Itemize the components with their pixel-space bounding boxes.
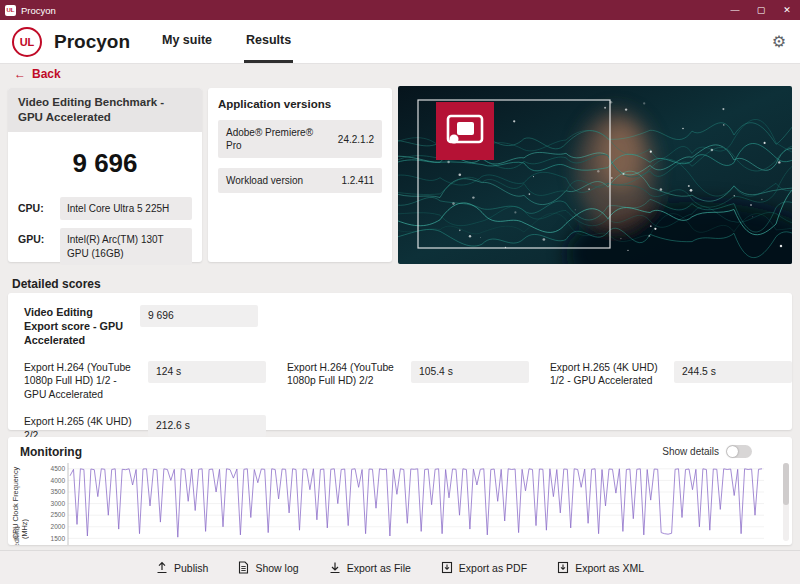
back-arrow-icon: ← <box>14 67 26 81</box>
benchmark-title: Video Editing Benchmark - GPU Accelerate… <box>8 88 202 132</box>
procyon-video-logo <box>436 102 494 160</box>
document-icon <box>238 561 249 574</box>
cpu-label: CPU: <box>18 197 52 221</box>
clipped-axis-label: editing <box>13 521 20 545</box>
window-controls: — ▢ ✕ <box>722 0 800 20</box>
procyon-window: UL Procyon — ▢ ✕ UL Procyon My suite Res… <box>0 0 800 584</box>
show-details-control: Show details <box>662 445 752 458</box>
benchmark-artwork <box>398 86 792 264</box>
score-row: Export H.264 (YouTube 1080p Full HD) 2/2… <box>287 361 550 401</box>
score-label: Video Editing Export score - GPU Acceler… <box>24 305 128 347</box>
download-pdf-icon <box>441 561 453 574</box>
detailed-scores-title: Detailed scores <box>12 277 101 291</box>
svg-text:3000: 3000 <box>51 500 66 507</box>
version-row: Workload version 1.2.411 <box>218 168 382 193</box>
window-title: Procyon <box>21 5 56 16</box>
benchmark-score: 9 696 <box>8 148 202 179</box>
nav-tabs: My suite Results <box>160 20 293 63</box>
export-pdf-button[interactable]: Export as PDF <box>441 561 527 574</box>
scrollbar-thumb[interactable] <box>783 463 789 505</box>
version-row: Adobe® Premiere® Pro 24.2.1.2 <box>218 120 382 158</box>
cpu-value: Intel Core Ultra 5 225H <box>60 197 192 221</box>
titlebar: UL Procyon — ▢ ✕ <box>0 0 800 20</box>
tab-results[interactable]: Results <box>244 20 293 63</box>
score-row: Export H.265 (4K UHD) 1/2 - GPU Accelera… <box>550 361 792 401</box>
score-row: Video Editing Export score - GPU Acceler… <box>24 305 792 347</box>
export-pdf-label: Export as PDF <box>459 562 527 574</box>
show-details-toggle[interactable] <box>726 445 752 458</box>
gear-icon[interactable]: ⚙ <box>772 32 786 51</box>
versions-title: Application versions <box>218 98 382 110</box>
tab-my-suite[interactable]: My suite <box>160 20 214 63</box>
version-value: 1.2.411 <box>341 175 374 186</box>
back-label: Back <box>32 67 61 81</box>
svg-text:2000: 2000 <box>51 523 66 530</box>
svg-text:4500: 4500 <box>51 465 66 472</box>
score-label: Export H.264 (YouTube 1080p Full HD) 1/2… <box>24 361 136 401</box>
svg-text:1500: 1500 <box>51 535 66 542</box>
publish-button[interactable]: Publish <box>156 561 208 574</box>
show-details-label: Show details <box>662 446 719 457</box>
show-log-button[interactable]: Show log <box>238 561 298 574</box>
maximize-icon[interactable]: ▢ <box>748 0 774 20</box>
monitoring-scrollbar[interactable] <box>783 463 789 541</box>
version-value: 24.2.1.2 <box>338 134 374 145</box>
benchmark-summary-card: Video Editing Benchmark - GPU Accelerate… <box>8 88 202 262</box>
ul-logo: UL <box>12 27 42 57</box>
export-file-label: Export as File <box>347 562 411 574</box>
gpu-label: GPU: <box>18 228 52 265</box>
export-file-button[interactable]: Export as File <box>329 561 411 574</box>
footer-toolbar: Publish Show log Export as File Export a… <box>0 550 800 584</box>
back-button[interactable]: ← Back <box>14 67 61 81</box>
score-label: Export H.265 (4K UHD) 1/2 - GPU Accelera… <box>550 361 662 388</box>
score-value: 244.5 s <box>674 361 792 383</box>
download-xml-icon <box>557 561 569 574</box>
score-row: Export H.264 (YouTube 1080p Full HD) 1/2… <box>24 361 287 401</box>
monitoring-card: Monitoring Show details CPU Clock Freque… <box>8 437 792 545</box>
close-icon[interactable]: ✕ <box>774 0 800 20</box>
download-file-icon <box>329 561 341 574</box>
score-label: Export H.264 (YouTube 1080p Full HD) 2/2 <box>287 361 399 388</box>
cpu-row: CPU: Intel Core Ultra 5 225H <box>8 197 202 221</box>
monitoring-title: Monitoring <box>20 445 82 459</box>
application-versions-card: Application versions Adobe® Premiere® Pr… <box>208 88 392 262</box>
svg-text:4000: 4000 <box>51 477 66 484</box>
svg-text:3500: 3500 <box>51 488 66 495</box>
hero-image <box>398 86 792 264</box>
score-value: 124 s <box>148 361 266 383</box>
detailed-scores-card: Video Editing Export score - GPU Acceler… <box>8 293 792 430</box>
version-label: Workload version <box>226 174 303 187</box>
gpu-value: Intel(R) Arc(TM) 130T GPU (16GB) <box>60 228 192 265</box>
gpu-row: GPU: Intel(R) Arc(TM) 130T GPU (16GB) <box>8 228 202 265</box>
version-label: Adobe® Premiere® Pro <box>226 126 318 152</box>
app-icon: UL <box>5 5 16 16</box>
export-xml-label: Export as XML <box>575 562 644 574</box>
header: UL Procyon My suite Results ⚙ <box>0 20 800 64</box>
minimize-icon[interactable]: — <box>722 0 748 20</box>
export-xml-button[interactable]: Export as XML <box>557 561 644 574</box>
toggle-knob <box>727 446 738 457</box>
monitoring-chart: 1500200025003000350040004500 <box>38 463 768 545</box>
show-log-label: Show log <box>255 562 298 574</box>
upload-icon <box>156 561 168 574</box>
page-title: Procyon <box>54 31 130 53</box>
score-value: 9 696 <box>140 305 258 327</box>
score-value: 212.6 s <box>148 415 266 437</box>
score-value: 105.4 s <box>411 361 529 383</box>
svg-text:2500: 2500 <box>51 511 66 518</box>
publish-label: Publish <box>174 562 208 574</box>
